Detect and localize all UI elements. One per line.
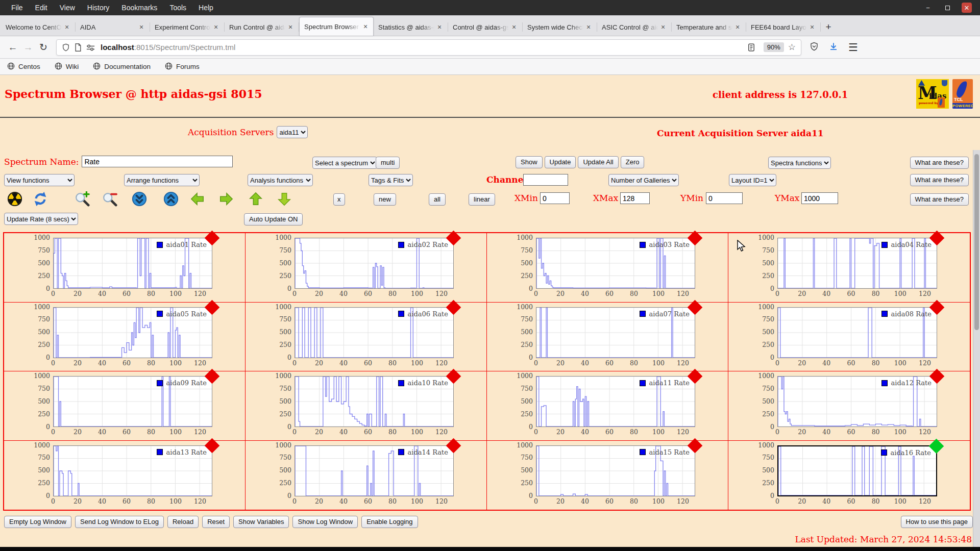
chart-plot-area[interactable]: aida06 Rate (295, 307, 454, 358)
arrow-up-icon[interactable] (248, 191, 263, 207)
number-of-galleries-dropdown[interactable]: Number of Galleries (608, 174, 679, 186)
multi-button[interactable]: multi (376, 157, 400, 169)
spectrum-chart-aida11[interactable]: 10007505002500 aida11 Rate 0204060801001… (487, 371, 728, 441)
reset-button[interactable]: Reset (202, 516, 230, 528)
scrollbar-thumb[interactable] (974, 154, 979, 330)
shield-icon[interactable] (62, 43, 70, 52)
chart-plot-area[interactable]: aida04 Rate (777, 238, 937, 289)
how-to-use-button[interactable]: How to use this page (901, 516, 973, 528)
tab-fee64-board-layout-p[interactable]: FEE64 board Layout p× (746, 18, 821, 36)
update-all-button[interactable]: Update All (578, 156, 618, 168)
zero-button[interactable]: Zero (621, 156, 645, 168)
menu-help[interactable]: Help (192, 4, 219, 12)
layout-id-dropdown[interactable]: Layout ID=1 (729, 174, 776, 186)
menu-file[interactable]: File (5, 4, 29, 12)
chart-plot-area[interactable]: aida13 Rate (53, 445, 212, 496)
linear-button[interactable]: linear (469, 193, 495, 206)
send-log-window-to-elog-button[interactable]: Send Log Window to ELog (75, 516, 164, 528)
spectrum-chart-aida02[interactable]: 10007505002500 aida02 Rate 0204060801001… (246, 233, 487, 303)
menu-bookmarks[interactable]: Bookmarks (115, 4, 163, 12)
tab-close-icon[interactable]: × (661, 23, 665, 31)
arrange-functions-dropdown[interactable]: Arrange functions (124, 174, 200, 186)
spectrum-chart-aida07[interactable]: 10007505002500 aida07 Rate 0204060801001… (487, 303, 728, 372)
scroll-up-icon[interactable] (163, 191, 179, 207)
what-are-these-button-3[interactable]: What are these? (910, 193, 969, 206)
tab-control-aidas-gsi[interactable]: Control @ aidas-gsi× (448, 18, 523, 36)
radiation-icon[interactable] (7, 191, 22, 207)
show-button[interactable]: Show (516, 156, 543, 168)
show-log-window-button[interactable]: Show Log Window (292, 516, 358, 528)
chart-plot-area[interactable]: aida01 Rate (53, 238, 212, 289)
spectrum-chart-aida04[interactable]: 10007505002500 aida04 Rate 0204060801001… (728, 233, 970, 303)
view-functions-dropdown[interactable]: View functions (4, 174, 75, 186)
spectrum-chart-aida13[interactable]: 10007505002500 aida13 Rate 0204060801001… (4, 441, 246, 510)
tab-close-icon[interactable]: × (139, 23, 143, 31)
what-are-these-button-2[interactable]: What are these? (910, 174, 969, 186)
zoom-out-icon[interactable] (102, 191, 117, 207)
analysis-functions-dropdown[interactable]: Analysis functions (248, 174, 313, 186)
spectrum-chart-aida14[interactable]: 10007505002500 aida14 Rate 0204060801001… (246, 441, 487, 510)
page-scrollbar[interactable] (973, 150, 980, 551)
bookmark-forums[interactable]: Forums (165, 62, 200, 71)
spectrum-chart-aida01[interactable]: 10007505002500 aida01 Rate 0204060801001… (4, 233, 246, 303)
what-are-these-button-1[interactable]: What are these? (910, 157, 969, 169)
minimize-button[interactable]: − (923, 3, 933, 13)
tab-close-icon[interactable]: × (512, 23, 516, 31)
new-tab-button[interactable]: + (821, 18, 836, 36)
enable-logging-button[interactable]: Enable Logging (361, 516, 418, 528)
tab-statistics-aidas-gsi[interactable]: Statistics @ aidas-gsi× (374, 18, 448, 36)
tab-spectrum-browser[interactable]: Spectrum Browser @× (299, 17, 374, 36)
url-bar[interactable]: localhost:8015/Spectrum/Spectrum.tml 90%… (56, 39, 801, 56)
downloads-icon[interactable] (829, 42, 838, 53)
chart-plot-area[interactable]: aida07 Rate (536, 307, 695, 358)
tab-system-wide-checks[interactable]: System wide Checks× (523, 18, 597, 36)
update-button[interactable]: Update (545, 156, 576, 168)
bookmark-star-icon[interactable]: ☆ (788, 42, 796, 53)
pocket-icon[interactable] (810, 42, 819, 53)
arrow-down-icon[interactable] (277, 191, 292, 207)
new-button[interactable]: new (374, 193, 396, 206)
tab-temperature-and-stat[interactable]: Temperature and stat× (672, 18, 746, 36)
tab-experiment-control[interactable]: Experiment Control (× (150, 18, 225, 36)
select-spectrum-dropdown[interactable]: Select a spectrum (312, 157, 377, 169)
empty-log-window-button[interactable]: Empty Log Window (4, 516, 71, 528)
spectrum-chart-aida15[interactable]: 10007505002500 aida15 Rate 0204060801001… (487, 441, 728, 510)
refresh-icon[interactable] (33, 191, 48, 207)
show-variables-button[interactable]: Show Variables (233, 516, 289, 528)
arrow-right-icon[interactable] (218, 191, 234, 207)
all-button[interactable]: all (429, 193, 446, 206)
bookmark-documentation[interactable]: Documentation (93, 62, 151, 71)
ymin-input[interactable] (706, 192, 743, 204)
chart-plot-area[interactable]: aida10 Rate (295, 376, 454, 427)
tab-close-icon[interactable]: × (810, 23, 814, 31)
reload-button[interactable]: Reload (167, 516, 199, 528)
spectrum-chart-aida16[interactable]: 10007505002500 aida16 Rate 0204060801001… (728, 441, 970, 510)
chart-plot-area[interactable]: aida02 Rate (295, 238, 454, 289)
tab-run-control-aidas[interactable]: Run Control @ aidas-× (225, 18, 299, 36)
tab-welcome-to-centos[interactable]: Welcome to CentOS× (1, 18, 76, 36)
tab-close-icon[interactable]: × (736, 23, 740, 31)
update-rate-dropdown[interactable]: Update Rate (8 secs) (4, 213, 78, 225)
arrow-left-icon[interactable] (190, 191, 205, 207)
reader-view-icon[interactable] (748, 43, 755, 52)
channel-input[interactable] (523, 174, 568, 186)
bookmark-wiki[interactable]: Wiki (55, 62, 79, 71)
scroll-down-icon[interactable] (132, 191, 147, 207)
spectrum-chart-aida12[interactable]: 10007505002500 aida12 Rate 0204060801001… (728, 371, 970, 441)
chart-plot-area[interactable]: aida12 Rate (777, 376, 937, 427)
tab-aida[interactable]: AIDA× (76, 18, 150, 36)
spectrum-name-input[interactable] (82, 156, 233, 167)
spectrum-chart-aida10[interactable]: 10007505002500 aida10 Rate 0204060801001… (246, 371, 487, 441)
close-button[interactable]: ✕ (962, 3, 972, 13)
back-button[interactable]: ← (5, 40, 20, 55)
spectrum-chart-aida03[interactable]: 10007505002500 aida03 Rate 0204060801001… (487, 233, 728, 303)
page-info-icon[interactable] (75, 43, 82, 52)
xmax-input[interactable] (620, 192, 650, 204)
tab-close-icon[interactable]: × (586, 23, 591, 31)
tab-close-icon[interactable]: × (65, 23, 69, 31)
chart-plot-area[interactable]: aida09 Rate (53, 376, 212, 427)
menu-tools[interactable]: Tools (163, 4, 192, 12)
tab-asic-control-aidas[interactable]: ASIC Control @ aidas× (597, 18, 672, 36)
tab-close-icon[interactable]: × (437, 23, 442, 31)
reload-button[interactable]: ↻ (36, 40, 51, 55)
